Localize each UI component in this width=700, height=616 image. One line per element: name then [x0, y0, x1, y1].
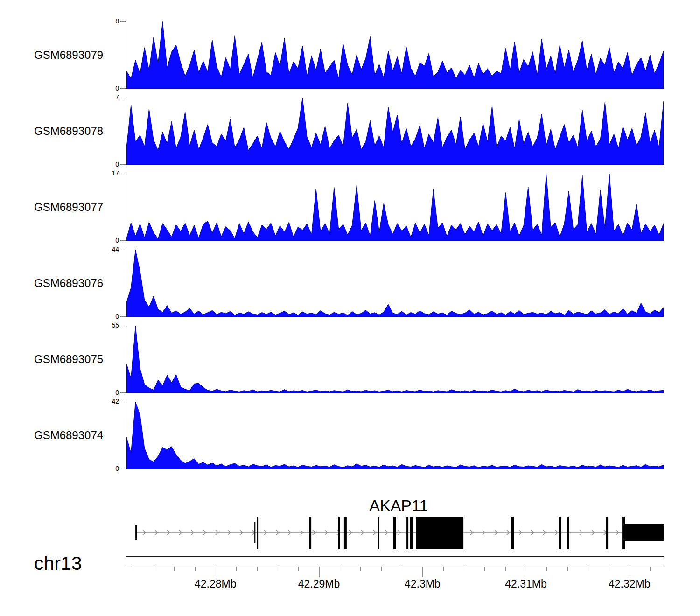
- exon-tall: [406, 517, 408, 549]
- y-axis-zero-tick: [120, 392, 126, 393]
- y-axis-max-tick: [120, 326, 126, 326]
- axis-tick-label: 42.29Mb: [287, 578, 352, 590]
- y-axis-zero-tick: [120, 164, 126, 165]
- major-tick: [526, 567, 526, 577]
- y-axis-max-label: 55: [95, 322, 119, 329]
- major-tick: [319, 567, 320, 577]
- track-label: GSM6893077: [34, 201, 103, 214]
- minor-tick: [360, 567, 361, 571]
- track-label: GSM6893078: [34, 125, 103, 138]
- chromosome-label: chr13: [34, 553, 82, 574]
- exon-tall: [511, 517, 514, 549]
- minor-tick: [133, 567, 133, 571]
- gene-model-svg: AKAP11: [126, 494, 664, 554]
- exon-cds: [416, 517, 463, 549]
- minor-tick: [298, 567, 299, 571]
- y-axis-max-label: 7: [95, 94, 119, 100]
- minor-tick: [588, 567, 588, 571]
- axis-tick-label: 42.3Mb: [390, 578, 455, 590]
- coverage-signal: [126, 326, 664, 393]
- coverage-signal: [126, 402, 664, 469]
- minor-tick: [505, 567, 506, 571]
- exon-tall: [606, 517, 608, 549]
- axis-tick-label: 42.32Mb: [597, 578, 662, 590]
- axis-tick-label: 42.28Mb: [183, 578, 248, 590]
- track-label: GSM6893074: [34, 429, 103, 442]
- major-tick: [422, 567, 423, 577]
- minor-tick: [546, 567, 547, 571]
- y-axis-max-label: 8: [95, 18, 119, 24]
- y-axis-zero-label: 0: [95, 465, 119, 472]
- minor-tick: [443, 567, 444, 571]
- exon-tall: [309, 517, 311, 549]
- coverage-signal: [126, 174, 664, 241]
- minor-tick: [278, 567, 278, 571]
- exon-tall: [257, 517, 258, 549]
- exon-tall: [567, 517, 569, 549]
- minor-tick: [154, 567, 154, 571]
- minor-tick: [464, 567, 464, 571]
- exon-utr: [625, 524, 664, 541]
- y-axis-max-label: 42: [95, 398, 119, 405]
- y-axis-zero-tick: [120, 240, 126, 241]
- coverage-signal: [126, 98, 664, 165]
- y-axis-zero-tick: [120, 316, 126, 317]
- ruler-line: [126, 567, 664, 567]
- genome-browser-figure: GSM689307980GSM689307870GSM6893077170GSM…: [0, 0, 700, 616]
- coverage-signal: [126, 250, 664, 317]
- y-axis-max-tick: [120, 21, 126, 22]
- major-tick: [216, 567, 216, 577]
- major-tick: [630, 567, 630, 577]
- y-axis-zero-label: 0: [95, 237, 119, 244]
- exon-short: [135, 525, 137, 540]
- exon-tall: [344, 517, 347, 549]
- y-axis-zero-label: 0: [95, 313, 119, 320]
- track-label: GSM6893076: [34, 277, 103, 290]
- exon-tall: [622, 517, 625, 549]
- track-label: GSM6893075: [34, 353, 103, 366]
- minor-tick: [609, 567, 609, 571]
- minor-tick: [257, 567, 257, 571]
- exon-tall: [338, 517, 340, 549]
- gene-name-label: AKAP11: [369, 497, 428, 514]
- coverage-signal: [126, 21, 664, 89]
- minor-tick: [402, 567, 402, 571]
- exon-tall: [378, 517, 379, 549]
- y-axis-max-tick: [120, 250, 126, 250]
- minor-tick: [236, 567, 237, 571]
- y-axis-zero-label: 0: [95, 161, 119, 168]
- y-axis-max-label: 44: [95, 246, 119, 252]
- y-axis-zero-tick: [120, 88, 126, 89]
- exon-tall: [393, 517, 396, 549]
- y-axis-max-tick: [120, 98, 126, 98]
- minor-tick: [567, 567, 568, 571]
- minor-tick: [381, 567, 382, 571]
- y-axis-zero-tick: [120, 469, 126, 469]
- exon-tall: [410, 517, 413, 549]
- track-label: GSM6893079: [34, 49, 103, 62]
- minor-tick: [484, 567, 485, 571]
- y-axis-max-label: 17: [95, 170, 119, 176]
- y-axis-max-tick: [120, 174, 126, 174]
- exon-tall: [559, 517, 561, 549]
- y-axis-max-tick: [120, 402, 126, 402]
- minor-tick: [650, 567, 651, 571]
- exon-medium: [254, 522, 255, 543]
- range-line: [126, 556, 664, 557]
- y-axis-zero-label: 0: [95, 389, 119, 396]
- y-axis-zero-label: 0: [95, 85, 119, 91]
- minor-tick: [195, 567, 195, 571]
- axis-tick-label: 42.31Mb: [493, 578, 559, 590]
- minor-tick: [174, 567, 175, 571]
- minor-tick: [340, 567, 340, 571]
